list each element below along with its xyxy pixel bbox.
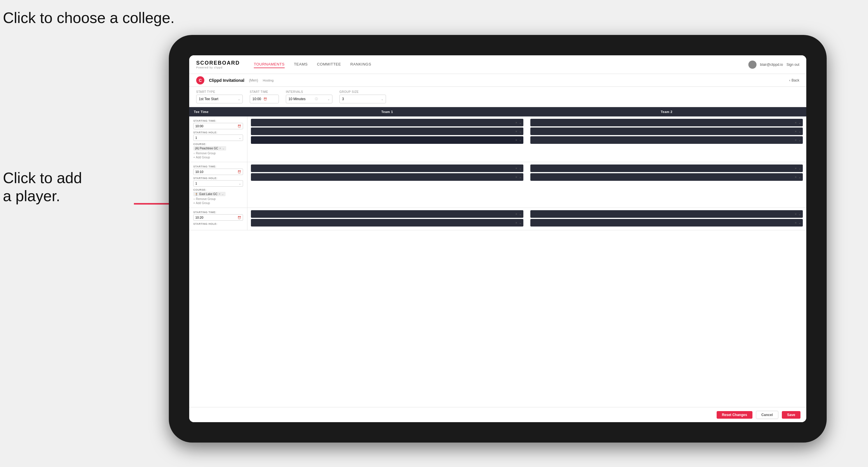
player-slot[interactable]: × ⌄	[530, 164, 803, 172]
row3-team2-cell: × ⌄ × ⌄	[527, 208, 806, 230]
nav-link-rankings[interactable]: RANKINGS	[350, 61, 371, 68]
slot-chevron-icon[interactable]: ⌄	[519, 130, 522, 133]
form-controls: Start Type 1st Tee Start ⌄ Start Time 10…	[189, 87, 806, 107]
slot-chevron-icon[interactable]: ⌄	[799, 175, 801, 179]
player-slot[interactable]: × ⌄	[251, 164, 523, 172]
intervals-label: Intervals	[286, 90, 333, 93]
start-type-select[interactable]: 1st Tee Start ⌄	[196, 95, 243, 103]
player-slot[interactable]: × ⌄	[530, 210, 803, 218]
slot-x-icon[interactable]: ×	[516, 121, 517, 124]
row2-add-group[interactable]: + Add Group	[193, 201, 243, 205]
course-tag-edit[interactable]: ⌄	[221, 192, 224, 196]
slot-chevron-icon[interactable]: ⌄	[799, 221, 801, 225]
slot-x-icon[interactable]: ×	[795, 212, 797, 216]
slot-x-icon[interactable]: ×	[516, 130, 517, 133]
group-size-select[interactable]: 3 ⌄	[339, 95, 386, 103]
brand-title: SCOREBOARD	[196, 60, 240, 66]
player-slot[interactable]: × ⌄	[530, 173, 803, 181]
slot-x-icon[interactable]: ×	[516, 212, 517, 216]
slot-x-icon[interactable]: ×	[516, 175, 517, 179]
slot-chevron-icon[interactable]: ⌄	[799, 212, 801, 216]
user-avatar	[748, 61, 756, 69]
slot-chevron-icon[interactable]: ⌄	[799, 121, 801, 125]
start-time-label: Start Time	[250, 90, 279, 93]
intervals-group: Intervals 10 Minutes ⓘ ⌄	[286, 90, 333, 103]
time-icon-2: ⏰	[238, 170, 241, 174]
table-row: Starting Time: 10:00 ⏰ Starting Hole: 1 …	[189, 117, 806, 162]
row3-left-panel: Starting Time: 10:20 ⏰ Starting Hole:	[189, 208, 247, 230]
slot-x-icon[interactable]: ×	[795, 130, 797, 133]
time-icon-3: ⏰	[238, 216, 241, 219]
row1-team2-cell: × ⌄ × ⌄ × ⌄	[527, 117, 806, 162]
slot-x-icon[interactable]: ×	[516, 138, 517, 142]
row1-starting-time-input[interactable]: 10:00 ⏰	[193, 123, 243, 129]
slot-chevron-icon[interactable]: ⌄	[799, 130, 801, 133]
slot-x-icon[interactable]: ×	[795, 166, 797, 170]
row1-course-tag[interactable]: (A) Peachtree GC × ⌄	[193, 146, 226, 151]
row3-team1-cell: × ⌄ × ⌄	[247, 208, 527, 230]
row3-starting-time-label: Starting Time:	[193, 211, 243, 214]
player-slot[interactable]: × ⌄	[530, 136, 803, 144]
save-button[interactable]: Save	[782, 411, 801, 419]
group-size-group: Group Size 3 ⌄	[339, 90, 386, 103]
row1-starting-hole-input[interactable]: 1 ⌄	[193, 134, 243, 141]
start-time-input[interactable]: 10:00 ⏰	[250, 95, 279, 103]
slot-chevron-icon[interactable]: ⌄	[519, 166, 522, 170]
tournament-name: Clippd Invitational	[209, 78, 244, 83]
player-slot[interactable]: × ⌄	[251, 119, 523, 126]
slot-chevron-icon[interactable]: ⌄	[799, 166, 801, 170]
slot-x-icon[interactable]: ×	[795, 221, 797, 224]
player-slot[interactable]: × ⌄	[251, 173, 523, 181]
slot-chevron-icon[interactable]: ⌄	[519, 175, 522, 179]
player-slot-empty[interactable]: × ⌄	[251, 136, 523, 144]
intervals-chevron: ⌄	[328, 97, 330, 101]
nav-right: blair@clippd.io Sign out	[748, 61, 799, 69]
tablet-frame: SCOREBOARD Powered by clippd TOURNAMENTS…	[169, 35, 827, 442]
slot-chevron-icon[interactable]: ⌄	[519, 121, 522, 125]
row1-remove-group[interactable]: ○ Remove Group	[193, 152, 243, 155]
clock-icon: ⏰	[264, 97, 267, 101]
row1-add-group[interactable]: + Add Group	[193, 156, 243, 159]
reset-changes-button[interactable]: Reset Changes	[717, 411, 752, 419]
intervals-select[interactable]: 10 Minutes ⓘ ⌄	[286, 95, 333, 103]
nav-link-committee[interactable]: COMMITTEE	[317, 61, 341, 68]
player-slot[interactable]: × ⌄	[530, 219, 803, 226]
player-slot[interactable]: × ⌄	[251, 210, 523, 218]
row2-course-tag[interactable]: 🏌 East Lake GC × ⌄	[193, 192, 225, 196]
row2-starting-hole-input[interactable]: 1 ⌄	[193, 180, 243, 187]
start-type-chevron: ⌄	[238, 97, 240, 101]
nav-link-tournaments[interactable]: TOURNAMENTS	[254, 61, 285, 68]
slot-chevron-icon[interactable]: ⌄	[519, 212, 522, 216]
player-slot[interactable]: × ⌄	[251, 127, 523, 135]
table-area: Tee Time Team 1 Team 2 Starting Time: 10…	[189, 107, 806, 407]
hosting-badge: Hosting	[263, 79, 274, 82]
time-icon-1: ⏰	[238, 125, 241, 128]
row3-starting-time-input[interactable]: 10:20 ⏰	[193, 214, 243, 221]
course-tag-edit[interactable]: ⌄	[222, 147, 224, 150]
sub-header: C Clippd Invitational (Men) Hosting ‹ Ba…	[189, 74, 806, 87]
row2-remove-group[interactable]: ○ Remove Group	[193, 197, 243, 200]
bottom-bar: Reset Changes Cancel Save	[189, 407, 806, 422]
tablet-screen: SCOREBOARD Powered by clippd TOURNAMENTS…	[189, 55, 806, 422]
nav-link-teams[interactable]: TEAMS	[294, 61, 308, 68]
row2-starting-time-input[interactable]: 10:10 ⏰	[193, 168, 243, 175]
slot-x-icon[interactable]: ×	[516, 221, 517, 224]
slot-x-icon[interactable]: ×	[795, 175, 797, 179]
slot-x-icon[interactable]: ×	[795, 121, 797, 124]
row1-left-panel: Starting Time: 10:00 ⏰ Starting Hole: 1 …	[189, 117, 247, 162]
back-button[interactable]: ‹ Back	[789, 78, 799, 83]
hole-chevron-1: ⌄	[239, 136, 241, 139]
course-tag-remove[interactable]: ×	[219, 147, 221, 150]
player-slot[interactable]: × ⌄	[251, 219, 523, 226]
cancel-button[interactable]: Cancel	[756, 411, 778, 419]
slot-x-icon[interactable]: ×	[516, 166, 517, 170]
sign-out-link[interactable]: Sign out	[786, 63, 799, 67]
slot-chevron-icon[interactable]: ⌄	[519, 221, 522, 225]
course-tag-remove[interactable]: ×	[219, 192, 220, 196]
hole-chevron-2: ⌄	[239, 182, 241, 185]
slot-chevron-icon[interactable]: ⌄	[519, 138, 522, 142]
player-slot[interactable]: × ⌄	[530, 119, 803, 126]
slot-chevron-icon[interactable]: ⌄	[799, 138, 801, 142]
slot-x-icon[interactable]: ×	[795, 138, 797, 142]
player-slot[interactable]: × ⌄	[530, 127, 803, 135]
